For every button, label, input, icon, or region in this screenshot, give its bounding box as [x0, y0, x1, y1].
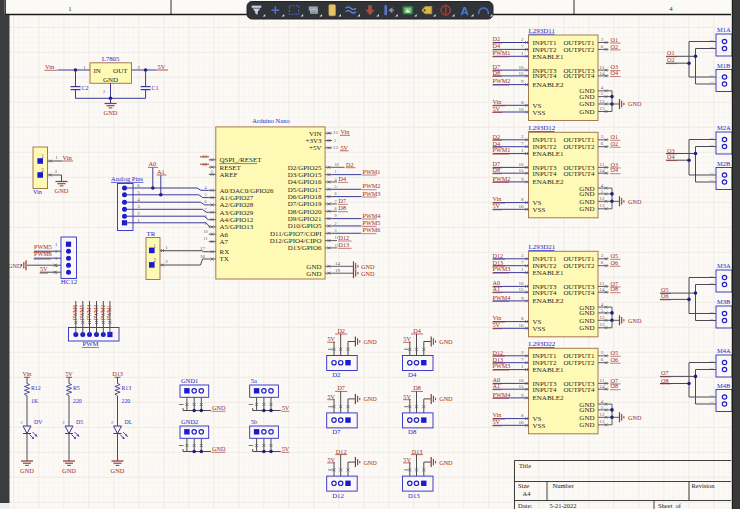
svg-text:O4: O4 — [611, 69, 619, 76]
svg-text:9: 9 — [335, 213, 337, 218]
svg-text:5V: 5V — [493, 321, 501, 328]
svg-text:1: 1 — [709, 180, 714, 182]
svg-text:ENABLE2: ENABLE2 — [533, 394, 565, 402]
svg-text:5V: 5V — [328, 456, 336, 463]
svg-text:5V: 5V — [493, 202, 501, 209]
svg-text:PWM2: PWM2 — [100, 305, 106, 320]
svg-text:14: 14 — [600, 287, 606, 292]
svg-text:15: 15 — [519, 168, 525, 173]
svg-text:M4B: M4B — [717, 382, 731, 389]
svg-text:L293D11: L293D11 — [529, 27, 556, 35]
svg-text:D5: D5 — [76, 419, 83, 425]
svg-text:Number: Number — [553, 482, 575, 489]
svg-text:13: 13 — [600, 322, 606, 327]
svg-text:3: 3 — [210, 169, 212, 174]
svg-text:L293D22: L293D22 — [529, 340, 556, 348]
svg-text:1: 1 — [709, 275, 714, 277]
svg-text:O2: O2 — [611, 140, 619, 147]
svg-text:7: 7 — [335, 199, 337, 204]
svg-text:D12: D12 — [332, 492, 344, 499]
svg-text:IN: IN — [94, 67, 101, 75]
svg-text:D2: D2 — [346, 161, 354, 168]
svg-text:14: 14 — [335, 261, 341, 266]
svg-text:DL: DL — [125, 419, 133, 425]
svg-text:D8: D8 — [413, 384, 421, 391]
svg-text:INPUT4: INPUT4 — [533, 72, 558, 80]
svg-text:A1: A1 — [493, 285, 501, 292]
svg-text:Analog Pins: Analog Pins — [111, 175, 143, 182]
svg-text:D12: D12 — [339, 234, 350, 241]
svg-text:15: 15 — [519, 71, 525, 76]
svg-text:GND: GND — [8, 262, 22, 269]
svg-text:6: 6 — [335, 191, 337, 196]
svg-text:10: 10 — [519, 281, 525, 286]
svg-text:PWM5: PWM5 — [79, 305, 85, 320]
svg-text:1: 1 — [709, 46, 714, 48]
svg-text:ENABLE2: ENABLE2 — [533, 81, 565, 89]
svg-text:PWM2: PWM2 — [493, 77, 511, 84]
svg-text:5V: 5V — [65, 370, 73, 377]
svg-text:Revision: Revision — [692, 482, 716, 489]
svg-text:GND: GND — [579, 421, 594, 429]
svg-text:O6: O6 — [611, 356, 619, 363]
svg-text:HC12: HC12 — [61, 278, 78, 286]
svg-text:2: 2 — [21, 420, 23, 425]
svg-text:Vin: Vin — [23, 370, 32, 377]
svg-text:12: 12 — [600, 315, 606, 320]
svg-text:GND: GND — [363, 338, 377, 345]
svg-text:GND: GND — [212, 445, 226, 452]
svg-text:PWM3: PWM3 — [363, 190, 381, 197]
svg-text:D7: D7 — [339, 197, 347, 204]
svg-text:M1A: M1A — [717, 26, 731, 33]
svg-text:1: 1 — [709, 39, 714, 41]
svg-text:OUTPUT2: OUTPUT2 — [563, 143, 595, 151]
svg-text:Vin: Vin — [63, 154, 73, 161]
svg-text:D7: D7 — [337, 384, 345, 391]
svg-text:5V: 5V — [328, 335, 336, 342]
svg-text:OUTPUT2: OUTPUT2 — [563, 262, 595, 270]
svg-text:AREF: AREF — [220, 171, 238, 179]
svg-text:PWM1: PWM1 — [363, 168, 381, 175]
svg-text:5V: 5V — [403, 456, 411, 463]
svg-text:GND: GND — [361, 270, 375, 277]
svg-text:OUTPUT4: OUTPUT4 — [563, 170, 595, 178]
svg-text:ENABLE1: ENABLE1 — [533, 150, 565, 158]
svg-text:ENABLE2: ENABLE2 — [533, 178, 565, 186]
svg-text:3: 3 — [335, 228, 337, 233]
svg-text:8: 8 — [204, 214, 206, 219]
svg-text:1: 1 — [335, 169, 337, 174]
svg-text:9: 9 — [204, 221, 206, 226]
svg-text:11: 11 — [600, 65, 605, 70]
svg-text:L7805: L7805 — [102, 55, 120, 62]
svg-text:GND1: GND1 — [181, 377, 198, 384]
svg-text:D8: D8 — [493, 69, 501, 76]
svg-text:Sheet: Sheet — [658, 502, 673, 509]
svg-text:2: 2 — [153, 257, 156, 263]
svg-text:PWM4: PWM4 — [86, 305, 92, 320]
svg-text:11: 11 — [203, 236, 207, 241]
svg-text:ENABLE1: ENABLE1 — [533, 269, 565, 277]
svg-text:M2A: M2A — [717, 124, 731, 131]
svg-text:PWM6: PWM6 — [363, 226, 381, 233]
svg-text:2: 2 — [41, 167, 44, 173]
svg-text:TR: TR — [147, 230, 156, 237]
svg-text:L293D12: L293D12 — [529, 124, 556, 132]
svg-text:D13: D13 — [408, 492, 420, 499]
svg-text:OUTPUT4: OUTPUT4 — [563, 386, 595, 394]
svg-text:1: 1 — [709, 282, 714, 284]
svg-text:1: 1 — [68, 5, 71, 12]
svg-text:2: 2 — [334, 138, 336, 143]
svg-text:16: 16 — [519, 323, 525, 328]
svg-text:PWM3: PWM3 — [493, 362, 511, 369]
svg-text:D4: D4 — [413, 327, 421, 334]
svg-text:5a: 5a — [251, 377, 257, 384]
svg-text:Date:: Date: — [518, 502, 532, 509]
svg-text:GND2: GND2 — [181, 418, 198, 425]
svg-text:L293D21: L293D21 — [529, 243, 556, 251]
svg-text:6: 6 — [204, 199, 206, 204]
svg-text:PWM6: PWM6 — [72, 305, 78, 320]
svg-text:GND: GND — [439, 395, 453, 402]
svg-text:8: 8 — [335, 206, 337, 211]
svg-text:D13/GPIO6: D13/GPIO6 — [288, 244, 322, 252]
svg-text:O4: O4 — [667, 153, 675, 160]
